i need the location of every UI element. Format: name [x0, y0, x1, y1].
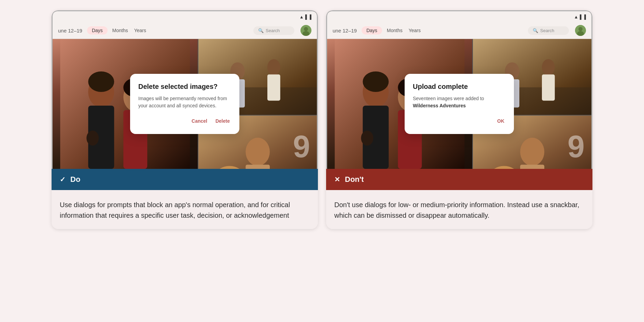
right-dialog: Upload complete Seventeen images were ad… [405, 74, 514, 134]
right-app-bar: une 12–19 Days Months Years 🔍 Search [327, 22, 591, 39]
battery-icon: ▐ [308, 14, 311, 19]
left-device-frame: ▲▐ ▐ une 12–19 Days Months Years 🔍 Searc… [52, 10, 318, 169]
left-status-icons: ▲▐ ▐ [299, 14, 311, 19]
right-months-tab[interactable]: Months [387, 28, 403, 33]
right-search-icon: 🔍 [533, 28, 538, 33]
right-avatar[interactable] [575, 25, 586, 36]
right-dialog-body: Seventeen images were added to Wildernes… [413, 95, 506, 109]
ok-button[interactable]: OK [496, 116, 506, 126]
left-years-tab[interactable]: Years [134, 28, 146, 33]
left-months-tab[interactable]: Months [112, 28, 128, 33]
left-dialog-actions: Cancel Delete [138, 116, 231, 126]
right-dialog-title: Upload complete [413, 82, 506, 91]
left-date-label: une 12–19 [58, 28, 82, 33]
dont-label: Don't [345, 175, 364, 184]
search-icon: 🔍 [258, 28, 264, 33]
right-search-placeholder: Search [540, 28, 554, 33]
right-search-bar[interactable]: 🔍 Search [528, 26, 569, 35]
right-days-chip[interactable]: Days [362, 26, 382, 35]
left-dialog-body: Images will be permenantly removed from … [138, 95, 231, 109]
do-description-area: Use dialogs for prompts that block an ap… [52, 190, 318, 229]
cross-icon: ✕ [334, 175, 340, 184]
cancel-button[interactable]: Cancel [190, 116, 209, 126]
left-dialog: Delete selected images? Images will be p… [130, 74, 239, 134]
right-dialog-actions: OK [413, 116, 506, 126]
left-avatar[interactable] [300, 25, 311, 36]
do-label: Do [70, 175, 80, 184]
left-days-chip[interactable]: Days [87, 26, 108, 35]
right-dialog-overlay: Upload complete Seventeen images were ad… [327, 39, 591, 169]
do-label-bar: ✓ Do [52, 169, 318, 190]
left-search-bar[interactable]: 🔍 Search [253, 26, 294, 35]
svg-point-22 [578, 27, 583, 31]
dont-description-text: Don't use dialogs for low- or medium-pri… [334, 200, 584, 221]
right-device-frame: ▲▐ ▐ une 12–19 Days Months Years 🔍 Searc… [326, 10, 592, 169]
dont-panel: ▲▐ ▐ une 12–19 Days Months Years 🔍 Searc… [326, 10, 592, 229]
right-battery-icon: ▐ [583, 14, 586, 19]
delete-button[interactable]: Delete [214, 116, 231, 126]
left-photo-area: 9 Delete selected images? Images will be… [53, 39, 317, 169]
dont-description-area: Don't use dialogs for low- or medium-pri… [326, 190, 592, 229]
right-date-label: une 12–19 [333, 28, 357, 33]
dont-label-bar: ✕ Don't [326, 169, 592, 190]
left-dialog-overlay: Delete selected images? Images will be p… [53, 39, 317, 169]
signal-icon: ▲▐ [299, 14, 307, 19]
right-status-icons: ▲▐ ▐ [574, 14, 586, 19]
svg-point-1 [304, 27, 308, 31]
right-years-tab[interactable]: Years [409, 28, 421, 33]
do-description-text: Use dialogs for prompts that block an ap… [60, 200, 310, 221]
right-signal-icon: ▲▐ [574, 14, 582, 19]
left-app-bar: une 12–19 Days Months Years 🔍 Search [53, 22, 317, 39]
left-status-bar: ▲▐ ▐ [53, 11, 317, 22]
do-panel: ▲▐ ▐ une 12–19 Days Months Years 🔍 Searc… [52, 10, 318, 229]
right-photo-area: 9 Upload complete Seventeen images were … [327, 39, 591, 169]
left-search-placeholder: Search [266, 28, 280, 33]
left-dialog-title: Delete selected images? [138, 82, 231, 91]
checkmark-icon: ✓ [60, 175, 66, 184]
right-status-bar: ▲▐ ▐ [327, 11, 591, 22]
